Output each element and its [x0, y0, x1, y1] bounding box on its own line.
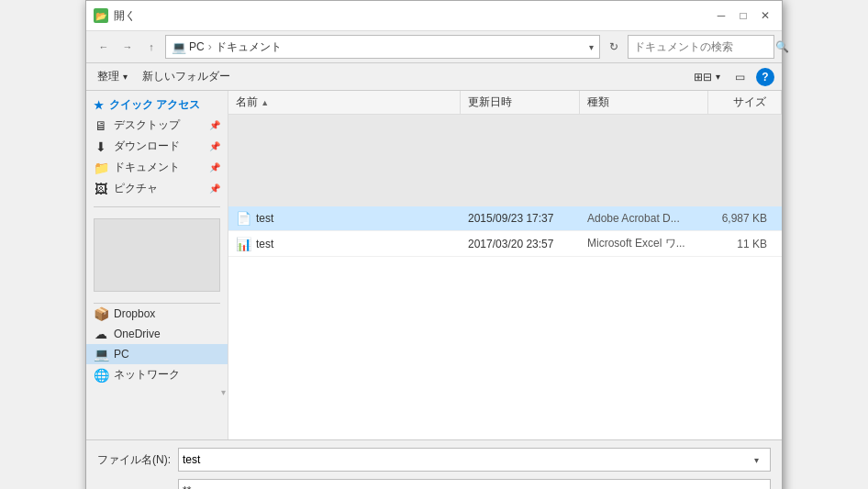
- new-folder-button[interactable]: 新しいフォルダー: [139, 67, 234, 86]
- pictures-icon: 🖼: [94, 182, 108, 196]
- organize-label: 整理: [97, 69, 119, 84]
- dropbox-icon: 📦: [94, 306, 108, 321]
- filename-row: ファイル名(N): ▾: [97, 448, 771, 472]
- pictures-pin-icon: 📌: [209, 183, 220, 194]
- onedrive-icon: ☁: [94, 327, 108, 341]
- downloads-icon: ⬇: [94, 139, 108, 154]
- maximize-button[interactable]: □: [734, 6, 752, 25]
- col-header-name[interactable]: 名前 ▲: [228, 91, 461, 114]
- title-bar: 📂 開く ─ □ ✕: [86, 1, 782, 31]
- view-arrow: ▾: [716, 72, 720, 82]
- sidebar-item-network[interactable]: 🌐 ネットワーク: [86, 364, 228, 385]
- filetype-dropdown-button[interactable]: ▾: [746, 486, 766, 490]
- table-row[interactable]: 📊 test 2017/03/20 23:57 Microsoft Excel …: [228, 231, 782, 257]
- file-cell-name-xls: 📊 test: [228, 235, 461, 253]
- search-input[interactable]: [634, 40, 772, 53]
- file-header: 名前 ▲ 更新日時 種類 サイズ: [228, 91, 782, 115]
- sidebar-dropbox-label: Dropbox: [114, 307, 155, 320]
- file-cell-size-pdf: 6,987 KB: [708, 210, 782, 227]
- empty-top-area: [228, 115, 782, 206]
- filetype-value: **: [183, 484, 746, 489]
- close-button[interactable]: ✕: [756, 6, 774, 25]
- action-bar: 整理 ▾ 新しいフォルダー ⊞⊟ ▾ ▭ ?: [86, 63, 782, 91]
- organize-arrow: ▾: [123, 72, 128, 82]
- xls-icon: 📊: [236, 237, 250, 251]
- sidebar-documents-label: ドキュメント: [114, 160, 180, 175]
- bottom-bar: ファイル名(N): ▾ ** ▾ 開く(O) キャンセル: [86, 439, 782, 489]
- refresh-button[interactable]: ↻: [604, 37, 624, 57]
- table-row[interactable]: 📄 test 2015/09/23 17:37 Adobe Acrobat D.…: [228, 206, 782, 231]
- search-bar: 🔍: [628, 35, 774, 59]
- documents-icon: 📁: [94, 161, 108, 175]
- filetype-input-wrap: ** ▾: [178, 479, 771, 489]
- sidebar-item-quick-access: ★ クイック アクセス: [86, 94, 228, 115]
- col-modified-label: 更新日時: [468, 95, 512, 108]
- sidebar: ★ クイック アクセス 🖥 デスクトップ 📌 ⬇ ダウンロード 📌 📁 ドキュメ…: [86, 91, 228, 439]
- new-folder-label: 新しいフォルダー: [142, 69, 230, 84]
- desktop-icon: 🖥: [94, 118, 108, 133]
- breadcrumb-pc[interactable]: 💻 PC: [172, 40, 205, 54]
- panel-button[interactable]: ▭: [731, 69, 749, 85]
- breadcrumb-bar: 💻 PC › ドキュメント ▾: [165, 35, 600, 59]
- col-header-modified[interactable]: 更新日時: [461, 91, 580, 114]
- sidebar-downloads-label: ダウンロード: [114, 139, 180, 154]
- sidebar-onedrive-label: OneDrive: [114, 328, 161, 340]
- file-cell-modified-pdf: 2015/09/23 17:37: [461, 210, 580, 227]
- star-icon: ★: [94, 99, 104, 112]
- sidebar-scroll-down[interactable]: ▾: [219, 385, 228, 399]
- sidebar-spacer-2: [86, 207, 228, 215]
- sidebar-item-documents[interactable]: 📁 ドキュメント 📌: [86, 157, 228, 178]
- breadcrumb-documents[interactable]: ドキュメント: [216, 39, 282, 55]
- help-label: ?: [762, 71, 768, 83]
- filename-input[interactable]: [183, 453, 746, 466]
- sidebar-item-pictures[interactable]: 🖼 ピクチャ 📌: [86, 178, 228, 199]
- view-button[interactable]: ⊞⊟ ▾: [690, 69, 724, 85]
- file-cell-name: 📄 test: [228, 209, 461, 228]
- dialog-title: 開く: [114, 8, 136, 24]
- col-header-type[interactable]: 種類: [580, 91, 708, 114]
- breadcrumb-dropdown-icon[interactable]: ▾: [589, 42, 594, 52]
- sidebar-item-onedrive[interactable]: ☁ OneDrive: [86, 324, 228, 344]
- file-area: 名前 ▲ 更新日時 種類 サイズ: [228, 91, 782, 439]
- forward-button[interactable]: →: [117, 37, 138, 57]
- file-name-xls: test: [256, 238, 273, 250]
- sidebar-item-pc[interactable]: 💻 PC: [86, 344, 228, 364]
- dialog-icon: 📂: [94, 8, 108, 23]
- back-button[interactable]: ←: [94, 37, 114, 57]
- navigation-toolbar: ← → ↑ 💻 PC › ドキュメント ▾ ↻ 🔍: [86, 31, 782, 63]
- search-icon: 🔍: [775, 40, 789, 53]
- breadcrumb-sep1: ›: [208, 40, 212, 53]
- sidebar-divider-1: [86, 199, 228, 206]
- sidebar-pictures-label: ピクチャ: [114, 181, 158, 196]
- sidebar-network-label: ネットワーク: [114, 367, 180, 383]
- downloads-pin-icon: 📌: [209, 141, 220, 151]
- panel-icon: ▭: [735, 71, 745, 83]
- col-header-size[interactable]: サイズ: [708, 91, 782, 114]
- filename-dropdown-button[interactable]: ▾: [746, 455, 766, 465]
- main-area: ★ クイック アクセス 🖥 デスクトップ 📌 ⬇ ダウンロード 📌 📁 ドキュメ…: [86, 91, 782, 439]
- filename-input-wrap: ▾: [178, 448, 771, 472]
- up-button[interactable]: ↑: [141, 37, 161, 57]
- pc-icon: 💻: [94, 347, 108, 361]
- sidebar-item-desktop[interactable]: 🖥 デスクトップ 📌: [86, 115, 228, 136]
- file-list: 📄 test 2015/09/23 17:37 Adobe Acrobat D.…: [228, 115, 782, 439]
- col-type-label: 種類: [587, 95, 609, 108]
- file-cell-size-xls: 11 KB: [708, 236, 782, 252]
- quick-access-label: クイック アクセス: [109, 97, 200, 113]
- help-button[interactable]: ?: [756, 68, 774, 86]
- sidebar-item-downloads[interactable]: ⬇ ダウンロード 📌: [86, 136, 228, 157]
- title-bar-buttons: ─ □ ✕: [712, 6, 774, 25]
- file-cell-modified-xls: 2017/03/20 23:57: [461, 236, 580, 252]
- minimize-button[interactable]: ─: [712, 6, 730, 25]
- filename-label: ファイル名(N):: [97, 452, 171, 468]
- sidebar-divider-2: [86, 295, 228, 303]
- network-icon: 🌐: [94, 368, 108, 383]
- sidebar-item-dropbox[interactable]: 📦 Dropbox: [86, 304, 228, 324]
- open-dialog: 📂 開く ─ □ ✕ ← → ↑ 💻 PC › ドキュメント ▾ ↻ 🔍 整理 …: [85, 0, 783, 489]
- title-bar-left: 📂 開く: [94, 8, 136, 24]
- sidebar-desktop-label: デスクトップ: [114, 117, 180, 133]
- filetype-row: ** ▾: [97, 479, 771, 489]
- file-cell-type-xls: Microsoft Excel ワ...: [580, 234, 708, 253]
- organize-button[interactable]: 整理 ▾: [94, 67, 131, 86]
- sidebar-pc-label: PC: [114, 348, 129, 361]
